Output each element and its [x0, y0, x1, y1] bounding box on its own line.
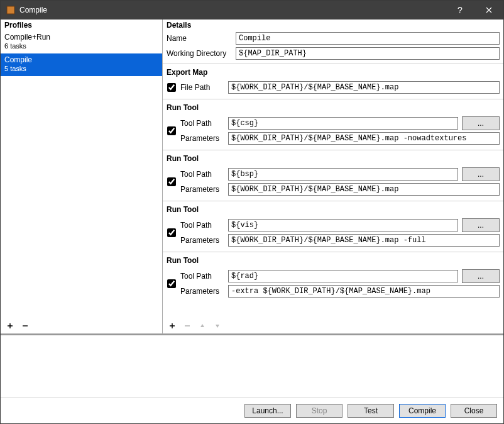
close-window-button[interactable] — [474, 1, 503, 20]
profile-item-sub: 6 tasks — [4, 42, 158, 51]
test-button[interactable]: Test — [348, 404, 394, 418]
compile-button[interactable]: Compile — [399, 404, 446, 418]
task-block: Tool Path...Parameters — [163, 266, 503, 300]
details-scroll: Name Working Directory Export MapFile Pa… — [163, 31, 503, 318]
toolpath-input[interactable] — [228, 219, 458, 232]
parameters-label: Parameters — [180, 134, 224, 143]
task-enable-checkbox[interactable] — [167, 177, 176, 186]
details-pane: Details Name Working Directory Export Ma… — [163, 20, 503, 333]
toolpath-label: Tool Path — [180, 221, 224, 230]
profile-list: Compile+Run6 tasksCompile5 tasks — [1, 31, 162, 318]
profiles-toolbar — [1, 318, 162, 333]
workdir-label: Working Directory — [163, 46, 232, 61]
add-profile-button[interactable] — [4, 320, 16, 332]
task-section-title: Run Tool — [163, 201, 503, 215]
details-header: Details — [163, 20, 503, 31]
filepath-label: File Path — [180, 83, 224, 92]
profile-item-name: Compile — [4, 55, 158, 65]
task-enable-checkbox[interactable] — [167, 279, 176, 288]
launch-button[interactable]: Launch... — [244, 404, 291, 418]
parameters-input[interactable] — [228, 285, 500, 298]
app-icon — [6, 5, 16, 15]
profile-item-name: Compile+Run — [4, 33, 158, 42]
add-task-button[interactable] — [167, 320, 178, 332]
svg-rect-0 — [7, 6, 14, 14]
move-task-up-button[interactable] — [197, 320, 208, 332]
window-title: Compile — [19, 6, 446, 14]
compile-dialog: Compile ? Profiles Compile+Run6 tasksCom… — [0, 0, 504, 424]
profiles-pane: Profiles Compile+Run6 tasksCompile5 task… — [1, 20, 163, 333]
task-section-title: Run Tool — [163, 150, 503, 164]
task-block: Tool Path...Parameters — [163, 164, 503, 198]
toolpath-input[interactable] — [228, 168, 458, 181]
browse-button[interactable]: ... — [462, 167, 500, 181]
parameters-label: Parameters — [180, 185, 224, 194]
profile-item[interactable]: Compile+Run6 tasks — [1, 31, 162, 53]
remove-profile-button[interactable] — [19, 320, 31, 332]
toolpath-input[interactable] — [228, 117, 458, 130]
browse-button[interactable]: ... — [462, 269, 500, 283]
stop-button[interactable]: Stop — [296, 404, 342, 418]
details-toolbar — [163, 318, 503, 333]
task-enable-checkbox[interactable] — [167, 83, 176, 92]
filepath-input[interactable] — [228, 81, 500, 94]
profile-item[interactable]: Compile5 tasks — [1, 53, 162, 76]
parameters-label: Parameters — [180, 287, 224, 296]
move-task-down-button[interactable] — [212, 320, 223, 332]
task-enable-checkbox[interactable] — [167, 126, 176, 135]
name-input[interactable] — [236, 32, 500, 45]
task-section-title: Run Tool — [163, 99, 503, 113]
task-enable-checkbox[interactable] — [167, 228, 176, 237]
task-block: Tool Path...Parameters — [163, 215, 503, 249]
task-section-title: Run Tool — [163, 252, 503, 266]
close-button[interactable]: Close — [451, 404, 497, 418]
profile-item-sub: 5 tasks — [4, 65, 158, 74]
parameters-input[interactable] — [228, 234, 500, 247]
profiles-header: Profiles — [1, 20, 162, 31]
parameters-input[interactable] — [228, 132, 500, 145]
task-block: Tool Path...Parameters — [163, 113, 503, 147]
task-section-title: Export Map — [163, 64, 503, 78]
name-label: Name — [163, 31, 232, 46]
titlebar: Compile ? — [1, 1, 503, 20]
parameters-input[interactable] — [228, 183, 500, 196]
remove-task-button[interactable] — [182, 320, 193, 332]
browse-button[interactable]: ... — [462, 218, 500, 232]
browse-button[interactable]: ... — [462, 116, 500, 130]
toolpath-label: Tool Path — [180, 119, 224, 128]
dialog-buttons: Launch... Stop Test Compile Close — [1, 397, 503, 423]
output-pane — [1, 334, 503, 397]
toolpath-input[interactable] — [228, 270, 458, 282]
toolpath-label: Tool Path — [180, 272, 224, 281]
workdir-input[interactable] — [236, 47, 500, 60]
toolpath-label: Tool Path — [180, 170, 224, 179]
parameters-label: Parameters — [180, 236, 224, 245]
help-button[interactable]: ? — [446, 1, 474, 20]
task-block: File Path — [163, 78, 503, 96]
